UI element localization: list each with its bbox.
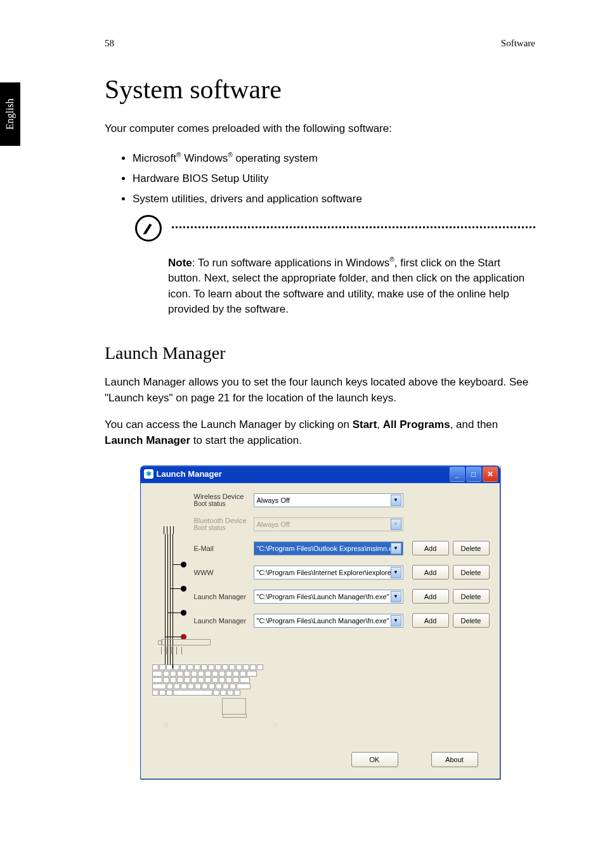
close-button[interactable]: ✕ [483, 467, 498, 482]
chevron-down-icon[interactable]: ▼ [391, 615, 401, 626]
add-button[interactable]: Add [412, 589, 449, 604]
lm-paragraph-2: You can access the Launch Manager by cli… [105, 417, 535, 448]
heading-main: System software [105, 74, 535, 105]
laptop-diagram: ⬚⬚ [152, 639, 285, 734]
list-item: Hardware BIOS Setup Utility [133, 169, 535, 189]
email-combo[interactable]: "C:\Program Files\Outlook Express\msimn.… [254, 541, 403, 555]
list-item: System utilities, drivers and applicatio… [133, 189, 535, 209]
www-label: WWW [194, 569, 254, 576]
add-button[interactable]: Add [412, 613, 449, 628]
maximize-button[interactable]: □ [466, 467, 481, 482]
heading-sub: Launch Manager [105, 343, 535, 363]
about-button[interactable]: About [431, 752, 478, 767]
row-www: WWW "C:\Program Files\Internet Explorer\… [194, 566, 490, 580]
window-title: Launch Manager [157, 469, 222, 479]
app-icon: ✱ [144, 469, 153, 479]
add-button[interactable]: Add [412, 565, 449, 580]
chevron-down-icon[interactable]: ▼ [391, 591, 401, 602]
lm2-label: Launch Manager [194, 617, 254, 625]
chevron-down-icon[interactable]: ▼ [391, 567, 401, 578]
note-icon [135, 215, 162, 242]
row-lm1: Launch Manager "C:\Program Files\Launch … [194, 590, 490, 604]
page-header: 58 Software [105, 38, 535, 49]
note-text: Note: To run software applications in Wi… [168, 256, 535, 318]
chevron-down-icon: ▼ [391, 519, 401, 530]
delete-button[interactable]: Delete [453, 565, 490, 580]
language-tab: English [0, 82, 20, 146]
wireless-combo[interactable]: Always Off▼ [254, 493, 403, 507]
delete-button[interactable]: Delete [453, 613, 490, 628]
www-combo[interactable]: "C:\Program Files\Internet Explorer\iexp… [254, 566, 403, 580]
delete-button[interactable]: Delete [453, 541, 490, 555]
launch-manager-window: ✱ Launch Manager _ □ ✕ Wireless DeviceBo… [140, 465, 500, 779]
list-item: Microsoft® Windows® operating system [133, 148, 535, 169]
add-button[interactable]: Add [412, 541, 449, 555]
chevron-down-icon[interactable]: ▼ [391, 495, 401, 506]
row-email: E-Mail "C:\Program Files\Outlook Express… [194, 541, 490, 555]
note-divider [135, 219, 535, 242]
row-bluetooth: Bluetooth DeviceBoot status Always Off▼ [194, 517, 490, 531]
dialog-footer: OK About [159, 734, 490, 774]
ok-button[interactable]: OK [351, 752, 398, 767]
lm1-label: Launch Manager [194, 593, 254, 600]
bluetooth-combo: Always Off▼ [254, 517, 403, 531]
intro-text: Your computer comes preloaded with the f… [105, 121, 535, 137]
lm1-combo[interactable]: "C:\Program Files\Launch Manager\fn.exe"… [254, 590, 403, 604]
lm2-combo[interactable]: "C:\Program Files\Launch Manager\fn.exe"… [254, 614, 403, 628]
titlebar[interactable]: ✱ Launch Manager _ □ ✕ [140, 465, 500, 483]
page-number: 58 [105, 38, 114, 49]
section-title: Software [501, 38, 535, 49]
wireless-label: Wireless DeviceBoot status [194, 493, 254, 507]
row-lm2: Launch Manager "C:\Program Files\Launch … [194, 614, 490, 628]
software-list: Microsoft® Windows® operating system Har… [105, 148, 535, 210]
email-label: E-Mail [194, 545, 254, 552]
row-wireless: Wireless DeviceBoot status Always Off▼ [194, 493, 490, 507]
bluetooth-label: Bluetooth DeviceBoot status [194, 517, 254, 531]
minimize-button[interactable]: _ [450, 467, 465, 482]
chevron-down-icon[interactable]: ▼ [391, 543, 401, 554]
lm-paragraph-1: Launch Manager allows you to set the fou… [105, 375, 535, 406]
delete-button[interactable]: Delete [453, 589, 490, 604]
